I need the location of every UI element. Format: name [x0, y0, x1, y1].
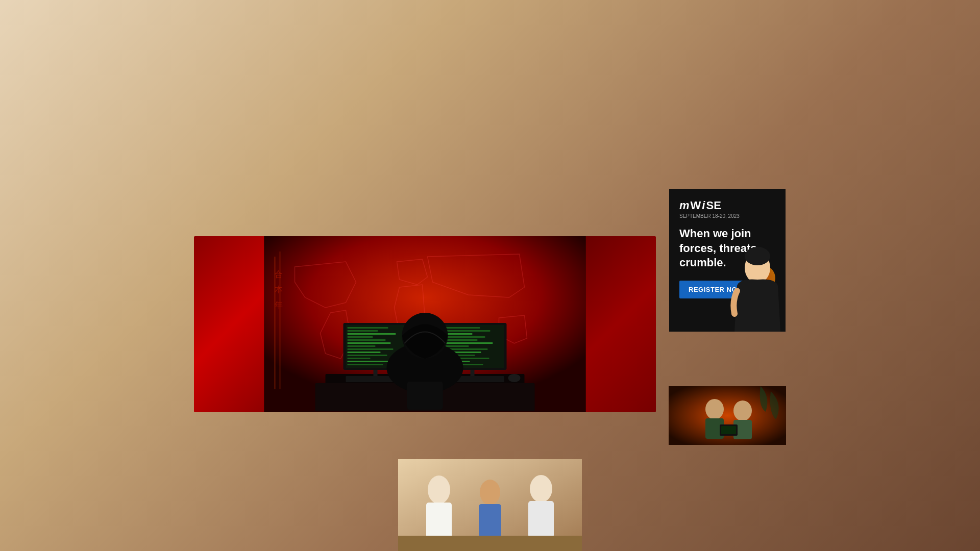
svg-rect-30: [348, 355, 387, 356]
ad-banner: Ad ✕ Unified SASE explained Discover how…: [0, 46, 980, 155]
article-image-svg: 合 本 年: [194, 236, 656, 412]
svg-rect-55: [407, 382, 443, 410]
svg-rect-29: [348, 352, 381, 353]
svg-rect-33: [348, 364, 383, 365]
svg-point-57: [745, 247, 770, 265]
svg-rect-23: [348, 333, 396, 335]
svg-rect-42: [445, 342, 493, 344]
sidebar-ad-inner: m W i SE SEPTEMBER 18-20, 2023 When we j…: [669, 189, 786, 332]
svg-text:合: 合: [275, 270, 283, 279]
sidebar: m W i SE SEPTEMBER 18-20, 2023 When we j…: [669, 188, 786, 445]
svg-rect-43: [445, 345, 469, 347]
svg-rect-41: [445, 339, 478, 341]
svg-rect-22: [348, 330, 378, 332]
popular-story-image[interactable]: [669, 386, 786, 445]
article-hero-image: 合 本 年: [194, 236, 656, 412]
svg-rect-26: [348, 342, 391, 344]
story-image-svg: [669, 386, 786, 445]
svg-rect-31: [348, 358, 371, 359]
svg-point-61: [733, 400, 752, 421]
svg-rect-32: [348, 361, 393, 362]
ad-container: Ad ✕ Unified SASE explained Discover how…: [304, 54, 676, 146]
se-logo: SE: [706, 199, 721, 212]
ad-image: [304, 54, 488, 146]
svg-rect-40: [445, 336, 485, 338]
svg-rect-24: [348, 336, 373, 338]
svg-text:本: 本: [275, 285, 283, 294]
ad-people-image: [304, 54, 488, 146]
svg-rect-27: [348, 345, 376, 347]
svg-rect-58: [669, 386, 786, 445]
svg-point-59: [705, 399, 724, 419]
mwise-logo: m: [679, 199, 690, 212]
sidebar-ad-person: [729, 240, 786, 332]
svg-rect-37: [445, 327, 480, 329]
svg-rect-21: [348, 327, 388, 329]
wise-logo: W: [691, 199, 701, 212]
svg-rect-64: [721, 426, 736, 434]
sidebar-ad-mandiant: m W i SE SEPTEMBER 18-20, 2023 When we j…: [669, 188, 786, 357]
svg-rect-28: [348, 348, 394, 350]
svg-rect-25: [348, 339, 386, 341]
sidebar-ad-date: SEPTEMBER 18-20, 2023: [679, 213, 775, 219]
svg-point-52: [508, 374, 521, 382]
svg-text:年: 年: [275, 300, 283, 309]
svg-rect-38: [445, 330, 491, 332]
i-logo: i: [702, 199, 705, 212]
svg-rect-39: [445, 333, 473, 335]
